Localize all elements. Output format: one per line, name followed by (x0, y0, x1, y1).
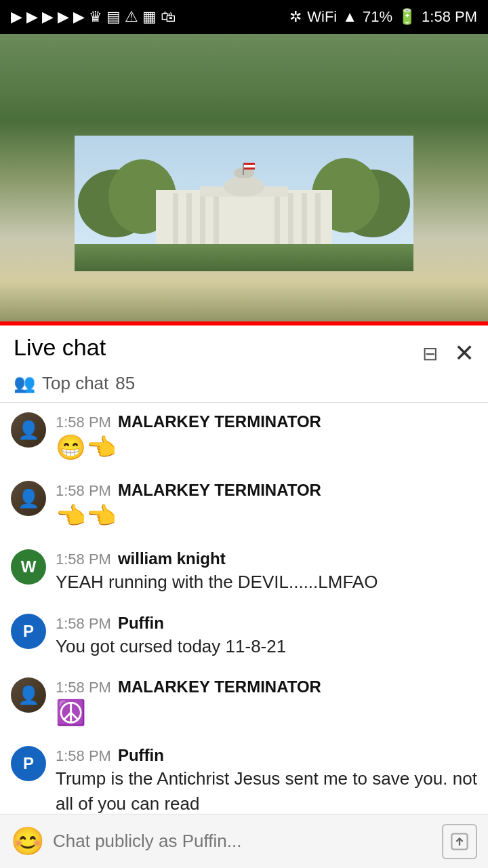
svg-rect-9 (214, 193, 219, 248)
app-icon-6: ♛ (89, 8, 102, 26)
message-time: 1:58 PM (56, 747, 111, 765)
live-chat-title: Live chat (14, 335, 106, 360)
svg-rect-10 (274, 193, 280, 248)
message-author: Puffin (118, 614, 164, 633)
message-body: 1:58 PM Puffin Trump is the Antichrist J… (56, 746, 477, 816)
viewer-count: 85 (115, 373, 135, 394)
avatar: P (11, 746, 46, 781)
message-author: MALARKEY TERMINATOR (118, 481, 321, 500)
table-row: P 1:58 PM Puffin Trump is the Antichrist… (0, 736, 488, 825)
message-body: 1:58 PM Puffin You got cursed today 11-8… (56, 614, 477, 658)
battery-percent: 71% (363, 8, 392, 26)
app-icon-9: ▦ (142, 8, 157, 26)
table-row: P 1:58 PM Puffin You got cursed today 11… (0, 604, 488, 668)
message-time: 1:58 PM (56, 615, 111, 633)
close-button[interactable]: ✕ (454, 339, 474, 368)
status-right-icons: ✲ WiFi ▲ 71% 🔋 1:58 PM (289, 8, 477, 26)
message-text: YEAH running with the DEVIL......LMFAO (56, 570, 477, 594)
wifi-icon: WiFi (307, 8, 337, 26)
app-icon-7: ▤ (106, 8, 121, 26)
svg-rect-12 (302, 193, 307, 248)
message-text: 😁👈 (56, 433, 477, 462)
avatar (11, 412, 46, 448)
status-bar: ▶ ▶ ▶ ▶ ▶ ♛ ▤ ⚠ ▦ 🛍 ✲ WiFi ▲ 71% 🔋 1:58 … (0, 0, 488, 34)
filter-icon[interactable]: ⊟ (422, 342, 438, 365)
avatar: P (11, 614, 46, 649)
svg-rect-6 (173, 193, 178, 248)
message-author: MALARKEY TERMINATOR (118, 677, 321, 696)
app-icon-10: 🛍 (161, 8, 176, 26)
table-row: W 1:58 PM william knight YEAH running wi… (0, 540, 488, 604)
app-icon-1: ▶ (11, 8, 22, 26)
svg-rect-18 (75, 244, 413, 271)
table-row: 1:58 PM MALARKEY TERMINATOR 👈👈 (0, 471, 488, 540)
svg-rect-7 (186, 193, 192, 248)
message-time: 1:58 PM (56, 679, 111, 696)
message-text: ☮️ (56, 698, 477, 727)
message-text: 👈👈 (56, 501, 477, 530)
video-player[interactable] (0, 34, 488, 326)
message-body: 1:58 PM william knight YEAH running with… (56, 549, 477, 594)
message-author: william knight (118, 549, 226, 568)
svg-rect-22 (244, 167, 255, 170)
message-text: You got cursed today 11-8-21 (56, 634, 477, 658)
chat-input-bar: 😊 (0, 814, 488, 868)
app-icon-5: ▶ (73, 8, 85, 26)
svg-rect-13 (315, 193, 321, 248)
viewers-icon: 👥 (14, 373, 35, 394)
top-chat-label: Top chat (42, 373, 108, 394)
video-progress-bar (0, 321, 488, 326)
bluetooth-icon: ✲ (289, 8, 302, 26)
message-time: 1:58 PM (56, 551, 111, 568)
chat-input[interactable] (53, 831, 434, 852)
time: 1:58 PM (422, 8, 477, 26)
message-author: Puffin (118, 746, 164, 765)
table-row: 1:58 PM MALARKEY TERMINATOR 😁👈 (0, 403, 488, 471)
chat-header: Live chat ⊟ ✕ 👥 Top chat 85 (0, 326, 488, 403)
table-row: 1:58 PM MALARKEY TERMINATOR ☮️ (0, 668, 488, 736)
svg-rect-19 (243, 163, 244, 175)
avatar (11, 481, 46, 516)
battery-icon: 🔋 (398, 8, 416, 26)
message-time: 1:58 PM (56, 414, 111, 431)
svg-rect-11 (288, 193, 293, 248)
message-text: Trump is the Antichrist Jesus sent me to… (56, 766, 477, 816)
message-author: MALARKEY TERMINATOR (118, 412, 321, 431)
svg-rect-21 (244, 165, 255, 167)
send-icon[interactable] (442, 824, 477, 859)
chat-messages-list: 1:58 PM MALARKEY TERMINATOR 😁👈 1:58 PM M… (0, 403, 488, 868)
status-icons: ▶ ▶ ▶ ▶ ▶ ♛ ▤ ⚠ ▦ 🛍 (11, 8, 176, 26)
signal-icon: ▲ (342, 8, 357, 26)
app-icon-8: ⚠ (125, 8, 138, 26)
message-body: 1:58 PM MALARKEY TERMINATOR 👈👈 (56, 481, 477, 530)
app-icon-2: ▶ (26, 8, 38, 26)
svg-rect-8 (200, 193, 205, 248)
avatar (11, 677, 46, 713)
video-content (75, 136, 413, 271)
message-time: 1:58 PM (56, 482, 111, 500)
avatar: W (11, 549, 46, 585)
app-icon-4: ▶ (58, 8, 69, 26)
message-body: 1:58 PM MALARKEY TERMINATOR 😁👈 (56, 412, 477, 462)
emoji-button[interactable]: 😊 (11, 825, 45, 857)
app-icon-3: ▶ (42, 8, 54, 26)
message-body: 1:58 PM MALARKEY TERMINATOR ☮️ (56, 677, 477, 727)
